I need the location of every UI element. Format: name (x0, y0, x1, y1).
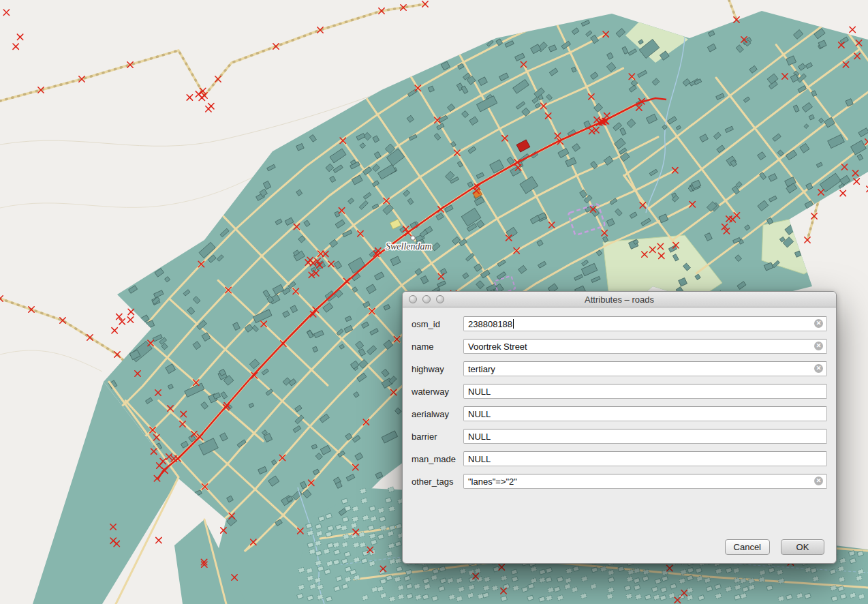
osm_id-value: 238808188 (468, 319, 512, 329)
aerialway-input[interactable]: NULL (463, 406, 827, 421)
attribute-row-osm_id: osm_id 238808188 ✕ (412, 316, 827, 331)
field-label-name: name (412, 342, 463, 352)
attribute-row-highway: highway tertiary ✕ (412, 361, 827, 376)
highway-input[interactable]: tertiary ✕ (463, 361, 827, 376)
attribute-row-man_made: man_made NULL (412, 451, 827, 466)
attribute-row-barrier: barrier NULL (412, 429, 827, 444)
attribute-row-other_tags: other_tags "lanes"=>"2" ✕ (412, 474, 827, 489)
barrier-value: NULL (468, 432, 491, 442)
name-value: Voortrek Street (468, 342, 527, 352)
attribute-row-name: name Voortrek Street ✕ (412, 339, 827, 354)
name-input[interactable]: Voortrek Street ✕ (463, 339, 827, 354)
field-label-man_made: man_made (412, 454, 463, 464)
other_tags-value: "lanes"=>"2" (468, 477, 517, 487)
waterway-value: NULL (468, 387, 491, 397)
barrier-input[interactable]: NULL (463, 429, 827, 444)
minimize-icon[interactable] (422, 295, 431, 303)
field-label-barrier: barrier (412, 432, 463, 442)
clear-field-icon[interactable]: ✕ (814, 319, 823, 328)
dialog-buttons: Cancel OK (725, 539, 824, 555)
dialog-body: osm_id 238808188 ✕ name Voortrek Street … (403, 307, 836, 563)
highway-value: tertiary (468, 364, 495, 374)
close-icon[interactable] (409, 295, 417, 303)
window-controls (409, 295, 444, 303)
field-label-waterway: waterway (412, 387, 463, 397)
cancel-button[interactable]: Cancel (725, 539, 770, 555)
osm_id-input[interactable]: 238808188 ✕ (463, 316, 827, 331)
place-label: Swellendam (386, 241, 432, 252)
aerialway-value: NULL (468, 409, 491, 419)
man_made-value: NULL (468, 454, 491, 464)
ok-button[interactable]: OK (781, 539, 824, 555)
field-label-highway: highway (412, 364, 463, 374)
field-label-other_tags: other_tags (412, 477, 463, 487)
field-label-osm_id: osm_id (412, 319, 463, 329)
attribute-row-waterway: waterway NULL (412, 384, 827, 399)
text-cursor (513, 319, 514, 329)
dialog-titlebar[interactable]: Attributes – roads (403, 292, 836, 307)
zoom-icon[interactable] (436, 295, 444, 303)
clear-field-icon[interactable]: ✕ (814, 364, 823, 373)
clear-field-icon[interactable]: ✕ (814, 477, 823, 485)
vertex-node[interactable] (411, 236, 415, 240)
field-label-aerialway: aerialway (412, 409, 463, 419)
attributes-dialog: Attributes – roads osm_id 238808188 ✕ na… (402, 291, 837, 564)
other_tags-input[interactable]: "lanes"=>"2" ✕ (463, 474, 827, 489)
dialog-title: Attributes – roads (585, 295, 654, 305)
attribute-row-aerialway: aerialway NULL (412, 406, 827, 421)
man_made-input[interactable]: NULL (463, 451, 827, 466)
waterway-input[interactable]: NULL (463, 384, 827, 399)
clear-field-icon[interactable]: ✕ (814, 342, 823, 350)
